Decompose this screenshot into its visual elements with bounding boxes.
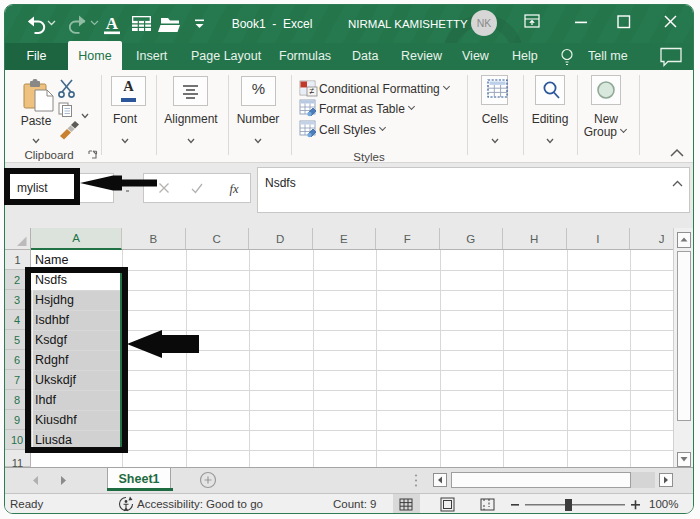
svg-text:≠: ≠ [310, 86, 315, 96]
svg-text:A: A [106, 14, 119, 33]
svg-text:fx: fx [229, 182, 238, 196]
